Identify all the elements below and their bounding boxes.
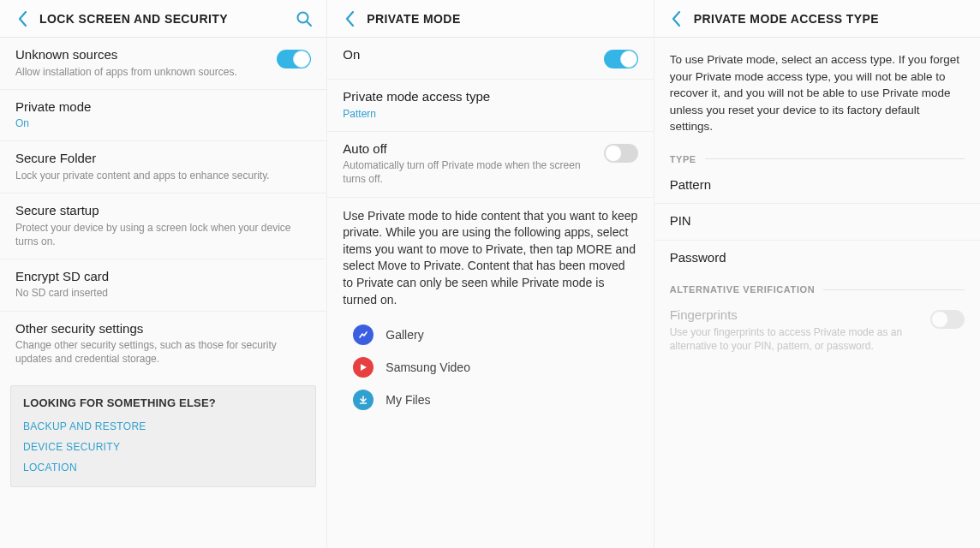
screen-private-mode: PRIVATE MODE On Private mode access type… — [326, 0, 653, 548]
row-on[interactable]: On — [327, 38, 653, 80]
row-other-security[interactable]: Other security settings Change other sec… — [0, 312, 326, 377]
header: PRIVATE MODE — [327, 0, 653, 38]
svg-line-1 — [308, 21, 312, 26]
footer-link-backup[interactable]: BACKUP AND RESTORE — [23, 416, 303, 437]
app-gallery: Gallery — [353, 319, 637, 351]
row-title: Unknown sources — [15, 46, 270, 63]
divider — [823, 289, 965, 290]
toggle-fingerprints — [930, 310, 965, 329]
screen-access-type: PRIVATE MODE ACCESS TYPE To use Private … — [654, 0, 980, 548]
row-sub: Use your fingerprints to access Private … — [670, 325, 923, 353]
intro-text: To use Private mode, select an access ty… — [654, 38, 980, 146]
video-icon — [353, 357, 373, 378]
toggle-unknown-sources[interactable] — [277, 50, 311, 68]
row-title: Password — [670, 249, 958, 266]
row-sub: Allow installation of apps from unknown … — [15, 65, 270, 79]
app-label: Gallery — [385, 328, 423, 342]
row-access-type[interactable]: Private mode access type Pattern — [327, 80, 653, 132]
row-sub: Change other security settings, such as … — [15, 338, 304, 366]
footer-link-location[interactable]: LOCATION — [23, 457, 303, 478]
row-title: PIN — [670, 212, 958, 229]
option-pin[interactable]: PIN — [654, 204, 980, 241]
row-sub: Pattern — [343, 107, 630, 121]
option-pattern[interactable]: Pattern — [654, 168, 980, 205]
apps-list: Gallery Samsung Video My Files — [327, 313, 653, 426]
app-label: Samsung Video — [385, 360, 470, 374]
footer-card: LOOKING FOR SOMETHING ELSE? BACKUP AND R… — [10, 385, 316, 487]
section-type: TYPE — [654, 146, 980, 168]
section-label: TYPE — [670, 154, 696, 164]
option-password[interactable]: Password — [654, 241, 980, 277]
app-label: My Files — [385, 393, 430, 407]
row-title: Pattern — [670, 176, 958, 194]
search-icon[interactable] — [292, 7, 316, 31]
app-samsung-video: Samsung Video — [353, 351, 637, 384]
row-encrypt-sd[interactable]: Encrypt SD card No SD card inserted — [0, 259, 326, 312]
back-icon[interactable] — [10, 7, 34, 31]
private-mode-explanation: Use Private mode to hide content that yo… — [327, 198, 653, 314]
row-sub: On — [15, 116, 304, 130]
row-secure-folder[interactable]: Secure Folder Lock your private content … — [0, 141, 326, 194]
row-title: Fingerprints — [670, 307, 923, 324]
row-title: Secure Folder — [15, 150, 304, 167]
screen-lock-and-security: LOCK SCREEN AND SECURITY Unknown sources… — [0, 0, 326, 548]
header: LOCK SCREEN AND SECURITY — [0, 0, 326, 38]
page-title: LOCK SCREEN AND SECURITY — [39, 12, 292, 26]
row-sub: Automatically turn off Private mode when… — [343, 158, 596, 186]
header: PRIVATE MODE ACCESS TYPE — [654, 0, 980, 38]
footer-link-device-security[interactable]: DEVICE SECURITY — [23, 437, 303, 457]
files-icon — [353, 390, 373, 410]
row-title: Secure startup — [15, 202, 304, 219]
page-title: PRIVATE MODE — [367, 12, 642, 26]
section-label: ALTERNATIVE VERIFICATION — [670, 284, 816, 295]
row-auto-off[interactable]: Auto off Automatically turn off Private … — [327, 132, 653, 198]
row-secure-startup[interactable]: Secure startup Protect your device by us… — [0, 194, 326, 259]
toggle-auto-off[interactable] — [604, 144, 638, 163]
footer-heading: LOOKING FOR SOMETHING ELSE? — [23, 396, 303, 409]
row-fingerprints: Fingerprints Use your fingerprints to ac… — [654, 298, 980, 363]
back-icon[interactable] — [338, 7, 362, 31]
gallery-icon — [353, 325, 373, 345]
row-title: Encrypt SD card — [15, 268, 304, 285]
row-unknown-sources[interactable]: Unknown sources Allow installation of ap… — [0, 38, 326, 90]
row-title: On — [343, 46, 596, 63]
back-icon[interactable] — [665, 7, 689, 31]
row-private-mode[interactable]: Private mode On — [0, 90, 326, 142]
row-sub: Protect your device by using a screen lo… — [15, 221, 304, 248]
row-title: Private mode access type — [343, 88, 630, 105]
row-title: Other security settings — [15, 320, 304, 337]
section-alt-verification: ALTERNATIVE VERIFICATION — [654, 276, 980, 298]
row-title: Private mode — [15, 98, 304, 116]
row-title: Auto off — [343, 140, 596, 158]
app-my-files: My Files — [353, 384, 637, 416]
divider — [705, 158, 965, 159]
row-sub: No SD card inserted — [15, 286, 304, 300]
toggle-private-mode-on[interactable] — [604, 50, 638, 68]
row-sub: Lock your private content and apps to en… — [15, 169, 304, 182]
page-title: PRIVATE MODE ACCESS TYPE — [694, 12, 970, 26]
